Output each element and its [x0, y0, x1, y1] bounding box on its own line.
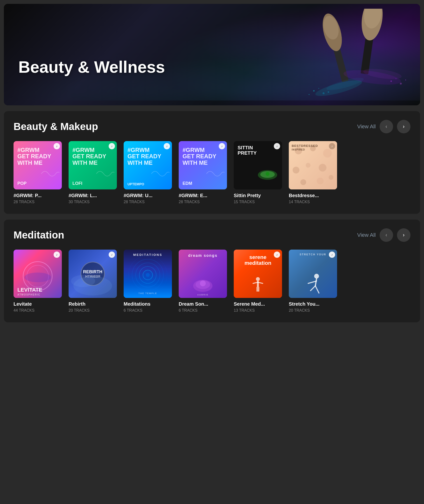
- meditations-sublabel: THE TEMPLE: [124, 292, 172, 295]
- section-header-beauty: Beauty & Makeup View All ‹ ›: [14, 120, 410, 133]
- bestdressed-tracks: 14 TRACKS: [289, 200, 337, 204]
- stretch-name: Stretch You...: [289, 301, 337, 307]
- svg-point-46: [200, 281, 206, 286]
- rebirth-mirror-text: REBIRTH: [85, 274, 100, 278]
- playlist-item-grwm-uptempo[interactable]: #GRWMGET READY WITH ME UPTEMPO ♪ #GRWM: …: [124, 141, 172, 204]
- playlist-cover-grwm-lofi: #GRWMGET READY WITH ME LOFI ♪: [69, 141, 117, 189]
- svg-point-53: [314, 274, 319, 279]
- next-meditation-button[interactable]: ›: [397, 228, 410, 242]
- grwm-lofi-tracks: 30 TRACKS: [69, 200, 117, 204]
- next-beauty-button[interactable]: ›: [397, 120, 410, 133]
- svg-point-23: [266, 172, 269, 176]
- grwm-pop-genre: POP: [17, 181, 27, 186]
- playlist-cover-serene: serenemeditation ♪: [234, 250, 282, 298]
- playlist-item-serene[interactable]: serenemeditation ♪ Serene Med... 13 TRAC…: [234, 250, 282, 313]
- bestdressed-name: Bestdresse...: [289, 193, 337, 198]
- dream-songs-label: dream songs: [179, 253, 227, 258]
- dream-songs-orb: [191, 274, 215, 293]
- brand-mark-levitate: ♪: [54, 252, 60, 258]
- meditations-ripple: [124, 250, 172, 298]
- svg-point-28: [306, 163, 311, 168]
- sittin-pretty-text: SITTINPRETTY: [238, 145, 257, 156]
- playlist-cover-grwm-edm: #GRWMGET READY WITH ME EDM ♪: [179, 141, 227, 189]
- dream-songs-tracks: 6 TRACKS: [179, 308, 227, 313]
- dream-songs-name: Dream Son...: [179, 301, 227, 307]
- levitate-name: Levitate: [14, 301, 62, 307]
- sittin-pretty-tracks: 15 TRACKS: [234, 200, 282, 204]
- brand-mark-sittin-pretty: ♪: [274, 143, 280, 149]
- view-all-beauty-button[interactable]: View All: [357, 123, 376, 130]
- playlist-cover-bestdressed: bestdressedinspired ♪: [289, 141, 337, 189]
- beauty-playlist-grid: #GRWMGET READY WITH ME POP ♪ #GRWM: P...…: [14, 141, 410, 204]
- brand-mark-bestdressed: ♪: [329, 143, 335, 149]
- stretch-silhouette: [301, 271, 325, 295]
- svg-point-31: [317, 178, 324, 184]
- beauty-makeup-section: Beauty & Makeup View All ‹ › #GRWMGET RE…: [4, 111, 420, 214]
- dream-songs-sublabel: AUBRIE: [179, 294, 227, 296]
- brand-mark-grwm-pop: ♪: [54, 143, 60, 149]
- svg-point-26: [323, 149, 332, 158]
- playlist-item-bestdressed[interactable]: bestdressedinspired ♪ Bestdresse... 14 T…: [289, 141, 337, 204]
- cover-art-dream-songs: dream songs AUBRIE: [179, 250, 227, 298]
- playlist-item-grwm-lofi[interactable]: #GRWMGET READY WITH ME LOFI ♪ #GRWM: L..…: [69, 141, 117, 204]
- meditations-name: Meditations: [124, 301, 172, 307]
- svg-point-16: [328, 91, 329, 93]
- svg-point-47: [256, 277, 260, 281]
- brand-mark-grwm-lofi: ♪: [109, 143, 115, 149]
- wave-decoration-uptempo: [150, 168, 170, 180]
- grwm-edm-text: #GRWMGET READY WITH ME: [183, 147, 227, 166]
- section-controls-beauty: View All ‹ ›: [357, 120, 410, 133]
- brand-mark-grwm-uptempo: ♪: [164, 143, 170, 149]
- rebirth-tracks: 20 TRACKS: [69, 308, 117, 313]
- playlist-item-stretch[interactable]: STRETCH YOUR ♪ Stretch You... 20 TRACKS: [289, 250, 337, 313]
- wave-decoration-lofi: [95, 168, 114, 180]
- svg-line-54: [315, 279, 317, 286]
- playlist-item-grwm-edm[interactable]: #GRWMGET READY WITH ME EDM ♪ #GRWM: E...…: [179, 141, 227, 204]
- prev-beauty-button[interactable]: ‹: [380, 120, 393, 133]
- rebirth-name: Rebirth: [69, 301, 117, 307]
- playlist-cover-stretch: STRETCH YOUR ♪: [289, 250, 337, 298]
- serene-name: Serene Med...: [234, 301, 282, 307]
- svg-point-14: [323, 92, 325, 94]
- prev-meditation-button[interactable]: ‹: [380, 228, 393, 242]
- brand-mark-serene: ♪: [274, 252, 280, 258]
- grwm-edm-name: #GRWM: E...: [179, 193, 227, 198]
- meditations-tracks: 6 TRACKS: [124, 308, 172, 313]
- meditation-playlist-grid: LEVITATE ATMOSPHERIC ♪ Levitate 44 TRACK…: [14, 250, 410, 313]
- serene-tracks: 13 TRACKS: [234, 308, 282, 313]
- svg-point-29: [319, 164, 326, 172]
- svg-line-57: [315, 286, 319, 293]
- svg-point-30: [300, 179, 306, 185]
- svg-point-32: [329, 175, 333, 180]
- hero-title: Beauty & Wellness: [18, 58, 165, 76]
- grwm-pop-text: #GRWMGET READY WITH ME: [17, 147, 62, 166]
- levitate-sub: ATMOSPHERIC: [17, 293, 40, 296]
- playlist-item-dream-songs[interactable]: dream songs AUBRIE Dream Son... 6 TRACKS: [179, 250, 227, 313]
- playlist-item-meditations[interactable]: MEDITATIONS THE TEMPLE Meditations 6 TRA…: [124, 250, 172, 313]
- playlist-item-rebirth[interactable]: REBIRTH REBIRTH ♪ Rebirth 20 TRACKS: [69, 250, 117, 313]
- svg-rect-51: [256, 287, 258, 292]
- serene-silhouette: [251, 276, 265, 295]
- svg-point-35: [24, 273, 51, 282]
- bestdressed-label: bestdressedinspired: [292, 144, 318, 151]
- playlist-cover-rebirth: REBIRTH REBIRTH ♪: [69, 250, 117, 298]
- svg-line-56: [311, 286, 315, 291]
- meditation-section: Meditation View All ‹ › LEVITATE ATMOSPH…: [4, 220, 420, 322]
- svg-point-43: [146, 273, 150, 277]
- playlist-item-levitate[interactable]: LEVITATE ATMOSPHERIC ♪ Levitate 44 TRACK…: [14, 250, 62, 313]
- svg-point-19: [400, 83, 402, 85]
- grwm-lofi-genre: LOFI: [72, 181, 82, 186]
- grwm-lofi-text: #GRWMGET READY WITH ME: [72, 147, 117, 166]
- playlist-item-grwm-pop[interactable]: #GRWMGET READY WITH ME POP ♪ #GRWM: P...…: [14, 141, 62, 204]
- view-all-meditation-button[interactable]: View All: [357, 232, 376, 238]
- beauty-section-title: Beauty & Makeup: [14, 121, 98, 132]
- brand-mark-grwm-edm: ♪: [219, 143, 225, 149]
- svg-point-18: [396, 78, 396, 79]
- hero-brushes-svg: [295, 9, 410, 101]
- playlist-cover-meditations: MEDITATIONS THE TEMPLE: [124, 250, 172, 298]
- playlist-cover-grwm-uptempo: #GRWMGET READY WITH ME UPTEMPO ♪: [124, 141, 172, 189]
- brand-mark-stretch: ♪: [329, 252, 335, 258]
- levitate-tracks: 44 TRACKS: [14, 308, 62, 313]
- playlist-item-sittin-pretty[interactable]: SITTINPRETTY ♪ Sittin Pretty 15 TRACKS: [234, 141, 282, 204]
- sittin-pretty-name: Sittin Pretty: [234, 193, 282, 198]
